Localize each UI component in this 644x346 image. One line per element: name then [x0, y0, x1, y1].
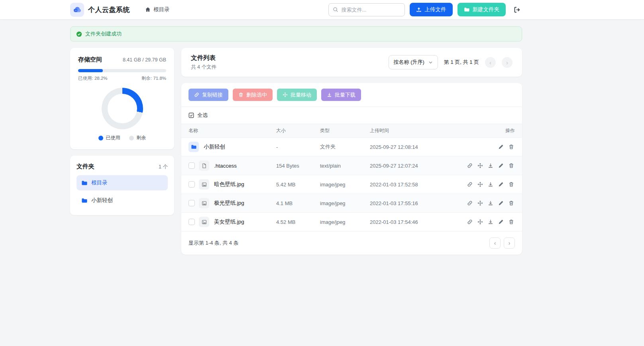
page-info: 第 1 页, 共 1 页 — [444, 59, 479, 66]
table-footer-summary: 显示第 1-4 条, 共 4 条 — [188, 239, 239, 247]
table-row[interactable]: 美女壁纸.jpg 4.52 MB image/jpeg 2022-01-03 1… — [181, 213, 522, 231]
search-input[interactable] — [328, 3, 405, 16]
link-icon — [467, 200, 473, 206]
download-icon — [488, 219, 493, 225]
file-table-card: 复制链接 删除选中 批量移动 — [181, 83, 522, 255]
link-icon — [467, 219, 473, 225]
prev-page-button[interactable]: ‹ — [485, 57, 496, 68]
text-file-icon — [199, 160, 209, 171]
delete-selected-button[interactable]: 删除选中 — [233, 89, 273, 101]
file-size: - — [276, 144, 320, 150]
folder-icon — [81, 180, 87, 186]
header-size: 大小 — [276, 127, 320, 134]
copy-link-icon-button[interactable] — [466, 200, 473, 207]
file-size: 4.52 MB — [276, 219, 320, 225]
breadcrumb[interactable]: 根目录 — [145, 6, 170, 13]
file-name: 美女壁纸.jpg — [214, 218, 244, 225]
delete-icon-button[interactable] — [508, 218, 515, 225]
file-size: 5.42 MB — [276, 182, 320, 188]
image-file-icon — [199, 179, 209, 190]
file-size: 154 Bytes — [276, 163, 320, 169]
file-name[interactable]: 小新轻创 — [204, 143, 225, 150]
copy-link-icon-button[interactable] — [466, 162, 473, 169]
folder-item-label: 根目录 — [91, 179, 108, 186]
folder-icon — [81, 198, 87, 204]
new-folder-label: 新建文件夹 — [473, 6, 500, 13]
row-checkbox[interactable] — [188, 162, 195, 169]
storage-used-label: 已使用: 28.2% — [78, 75, 108, 81]
check-circle-icon — [76, 31, 82, 37]
chevron-left-icon: ‹ — [489, 59, 491, 66]
table-row[interactable]: 极光壁纸.jpg 4.1 MB image/jpeg 2022-01-03 17… — [181, 194, 522, 213]
move-icon-button[interactable] — [477, 181, 484, 188]
row-checkbox[interactable] — [188, 181, 195, 188]
upload-file-button[interactable]: 上传文件 — [410, 3, 453, 16]
edit-icon-button[interactable] — [497, 181, 505, 188]
file-type: text/plain — [320, 163, 370, 169]
batch-move-button[interactable]: 批量移动 — [277, 89, 317, 101]
batch-download-label: 批量下载 — [335, 91, 355, 99]
new-folder-button[interactable]: 新建文件夹 — [457, 3, 506, 16]
legend-used-label: 已使用 — [106, 134, 120, 141]
move-icon-button[interactable] — [477, 162, 484, 169]
cloud-logo-icon — [73, 5, 82, 14]
edit-icon-button[interactable] — [497, 143, 505, 150]
storage-title: 存储空间 — [78, 56, 102, 63]
header-type: 类型 — [320, 127, 370, 134]
delete-icon-button[interactable] — [508, 143, 515, 150]
batch-move-label: 批量移动 — [291, 91, 311, 99]
filelist-header-card: 文件列表 共 4 个文件 按名称 (升序) 第 1 页, 共 1 页 ‹ › — [181, 48, 522, 77]
copy-link-icon-button[interactable] — [466, 218, 473, 225]
file-time: 2025-09-27 12:07:24 — [370, 163, 461, 169]
storage-card: 存储空间 8.41 GB / 29.79 GB 已使用: 28.2% 剩余: 7… — [70, 48, 174, 149]
batch-download-button[interactable]: 批量下载 — [321, 89, 361, 101]
app-title: 个人云盘系统 — [88, 5, 130, 14]
table-row[interactable]: 暗色壁纸.jpg 5.42 MB image/jpeg 2022-01-03 1… — [181, 175, 522, 194]
next-page-button[interactable]: › — [502, 57, 512, 68]
prev-page-button[interactable]: ‹ — [489, 237, 501, 249]
row-checkbox[interactable] — [188, 219, 195, 225]
storage-progress-fill — [78, 69, 103, 72]
delete-icon — [509, 163, 514, 168]
sort-dropdown[interactable]: 按名称 (升序) — [389, 55, 438, 69]
sidebar-item-subfolder[interactable]: 小新轻创 — [77, 193, 168, 208]
breadcrumb-label: 根目录 — [153, 6, 170, 13]
file-name: 暗色壁纸.jpg — [214, 181, 244, 188]
table-row[interactable]: .htaccess 154 Bytes text/plain 2025-09-2… — [181, 156, 522, 175]
edit-icon-button[interactable] — [497, 218, 505, 225]
delete-icon-button[interactable] — [508, 200, 515, 207]
table-row[interactable]: 小新轻创 - 文件夹 2025-09-27 12:08:14 — [181, 138, 522, 156]
move-icon-button[interactable] — [477, 200, 484, 207]
download-icon-button[interactable] — [487, 200, 494, 207]
chevron-right-icon: › — [506, 59, 508, 66]
move-icon-button[interactable] — [477, 218, 484, 225]
legend-used-dot — [98, 136, 103, 140]
edit-icon — [498, 219, 504, 225]
download-icon-button[interactable] — [487, 218, 494, 225]
next-page-button[interactable]: › — [504, 237, 515, 249]
delete-icon-button[interactable] — [508, 181, 515, 188]
copy-link-button[interactable]: 复制链接 — [188, 89, 228, 101]
move-icon — [283, 92, 288, 97]
logout-button[interactable] — [512, 5, 522, 15]
folders-title: 文件夹 — [77, 163, 94, 170]
edit-icon — [498, 144, 504, 150]
copy-link-icon-button[interactable] — [466, 181, 473, 188]
upload-file-label: 上传文件 — [425, 6, 446, 13]
select-all-toggle[interactable]: 全选 — [181, 107, 522, 124]
chevron-down-icon — [428, 60, 433, 65]
select-all-label: 全选 — [197, 112, 208, 119]
edit-icon-button[interactable] — [497, 162, 505, 169]
header-actions: 操作 — [461, 127, 515, 134]
image-file-icon — [199, 198, 209, 208]
file-size: 4.1 MB — [276, 200, 320, 206]
download-icon-button[interactable] — [487, 162, 494, 169]
download-icon-button[interactable] — [487, 181, 494, 188]
edit-icon-button[interactable] — [497, 200, 505, 207]
chevron-left-icon: ‹ — [494, 240, 496, 246]
trash-icon — [238, 92, 243, 97]
sidebar-item-root-folder[interactable]: 根目录 — [77, 175, 168, 190]
row-checkbox[interactable] — [188, 200, 195, 206]
edit-icon — [498, 163, 504, 168]
delete-icon-button[interactable] — [508, 162, 515, 169]
